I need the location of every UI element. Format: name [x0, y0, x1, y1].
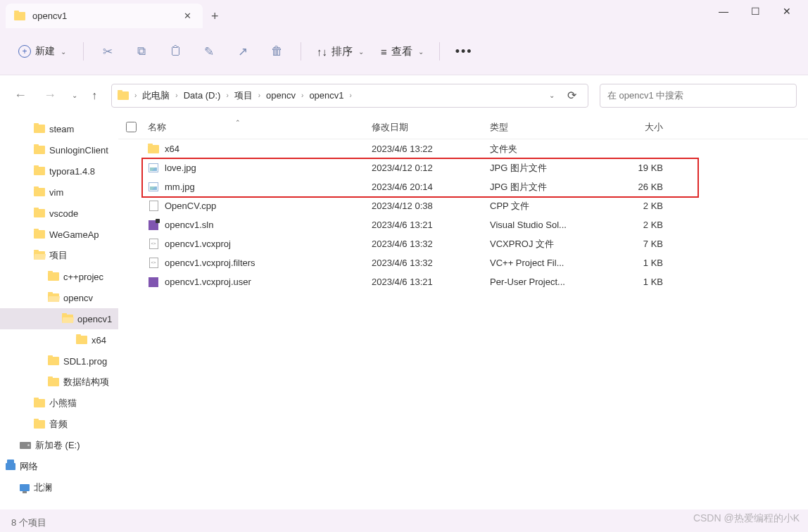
bc-item[interactable]: opencv	[263, 89, 298, 102]
tree-item[interactable]: 网络	[0, 456, 118, 477]
sort-label: 排序	[332, 45, 353, 58]
back-button[interactable]: ←	[11, 85, 30, 106]
paste-icon[interactable]: 📋︎	[161, 39, 189, 64]
tree-item-label: SunloginClient	[49, 145, 108, 156]
folder-icon	[34, 209, 45, 217]
tree-item[interactable]: 小熊猫	[0, 393, 118, 414]
bc-item[interactable]: Data (D:)	[181, 89, 224, 102]
history-dropdown[interactable]: ⌄	[72, 91, 77, 99]
col-type-header[interactable]: 类型	[490, 121, 601, 134]
folder-icon	[34, 167, 45, 175]
file-row[interactable]: opencv1.vcxproj.user 2023/4/6 13:21 Per-…	[118, 272, 808, 291]
file-size: 19 KB	[601, 163, 677, 173]
folder-icon	[76, 336, 87, 344]
tree-item[interactable]: x64	[0, 329, 118, 350]
tree-item[interactable]: c++projec	[0, 266, 118, 287]
close-window-button[interactable]: ✕	[783, 6, 791, 17]
file-date: 2023/4/12 0:12	[372, 163, 490, 173]
bc-item[interactable]: 此电脑	[139, 88, 172, 103]
file-row[interactable]: mm.jpg 2023/4/6 20:14 JPG 图片文件 26 KB	[118, 177, 808, 196]
tree-item[interactable]: 项目	[0, 245, 118, 266]
rename-icon[interactable]: ✎	[195, 39, 223, 64]
file-row[interactable]: love.jpg 2023/4/12 0:12 JPG 图片文件 19 KB	[118, 158, 808, 177]
bc-item[interactable]: 项目	[232, 88, 255, 103]
folder-icon	[48, 378, 59, 386]
chevron-down-icon: ⌄	[358, 48, 364, 56]
minimize-button[interactable]: —	[719, 6, 728, 17]
close-tab-icon[interactable]: ✕	[181, 11, 194, 21]
folder-icon	[34, 146, 45, 154]
bc-item[interactable]: opencv1	[306, 89, 346, 102]
tree-item-label: 项目	[49, 249, 68, 262]
bc-dropdown-icon[interactable]: ⌄	[545, 91, 559, 99]
select-all-checkbox[interactable]	[118, 122, 144, 132]
tree-item[interactable]: 音频	[0, 414, 118, 435]
copy-icon[interactable]: ⧉	[127, 39, 156, 64]
tab-title: opencv1	[32, 11, 181, 21]
tree-item[interactable]: 北澜	[0, 477, 118, 498]
refresh-button[interactable]: ⟳	[562, 89, 582, 102]
up-button[interactable]: ↑	[89, 87, 100, 105]
forward-button[interactable]: →	[41, 85, 59, 106]
col-date-header[interactable]: 修改日期	[372, 121, 490, 134]
vcxproj-file-icon	[149, 258, 158, 268]
file-date: 2023/4/6 13:21	[372, 277, 490, 287]
bc-sep: ›	[134, 91, 137, 99]
tree-item[interactable]: SunloginClient	[0, 139, 118, 160]
new-tab-button[interactable]: +	[203, 4, 227, 30]
breadcrumb[interactable]: › 此电脑 › Data (D:) › 项目 › opencv › opencv…	[111, 84, 588, 108]
sort-icon: ↑↓	[317, 46, 327, 58]
cut-icon[interactable]: ✂	[94, 39, 122, 64]
tree-item-label: 数据结构项	[63, 376, 109, 388]
bc-sep: ›	[350, 91, 352, 99]
new-button[interactable]: + 新建 ⌄	[11, 41, 73, 62]
file-row[interactable]: x64 2023/4/6 13:22 文件夹	[118, 139, 808, 158]
sort-button[interactable]: ↑↓ 排序 ⌄	[311, 41, 370, 63]
file-type: JPG 图片文件	[490, 181, 601, 194]
tree-item[interactable]: opencv1	[0, 308, 118, 329]
file-row[interactable]: OpenCV.cpp 2023/4/12 0:38 CPP 文件 2 KB	[118, 196, 808, 215]
view-button[interactable]: ≡ 查看 ⌄	[375, 41, 429, 63]
tree-item[interactable]: typora1.4.8	[0, 160, 118, 182]
tree-item-label: 北澜	[34, 481, 52, 494]
file-type: CPP 文件	[490, 200, 601, 213]
titlebar: opencv1 ✕ + — ☐ ✕	[0, 0, 808, 28]
file-row[interactable]: opencv1.sln 2023/4/6 13:21 Visual Studio…	[118, 215, 808, 234]
tree-item[interactable]: vscode	[0, 203, 118, 224]
cpp-file-icon	[149, 201, 158, 211]
tree-item-label: typora1.4.8	[49, 166, 95, 177]
file-row[interactable]: opencv1.vcxproj.filters 2023/4/6 13:32 V…	[118, 253, 808, 272]
col-size-header[interactable]: 大小	[601, 121, 677, 134]
file-type: Per-User Project...	[490, 277, 601, 287]
col-name-header[interactable]: 名称⌃	[144, 121, 372, 134]
window-tab[interactable]: opencv1 ✕	[6, 4, 203, 28]
tree-item-label: 网络	[20, 460, 38, 473]
tree-item-label: opencv1	[77, 314, 112, 324]
filelist: 名称⌃ 修改日期 类型 大小 x64 2023/4/6 13:22 文件夹 lo…	[118, 115, 808, 509]
tree-item-label: SDL1.prog	[63, 356, 107, 367]
file-row[interactable]: opencv1.vcxproj 2023/4/6 13:32 VCXPROJ 文…	[118, 234, 808, 253]
tree-item[interactable]: WeGameAp	[0, 224, 118, 245]
file-name: opencv1.sln	[165, 220, 213, 230]
tree-item[interactable]: SDL1.prog	[0, 350, 118, 372]
search-bar[interactable]	[600, 84, 797, 108]
file-name: opencv1.vcxproj.filters	[165, 258, 255, 268]
column-headers: 名称⌃ 修改日期 类型 大小	[118, 115, 808, 139]
tree-item[interactable]: steam	[0, 118, 118, 139]
maximize-button[interactable]: ☐	[751, 6, 760, 17]
search-input[interactable]	[607, 90, 789, 101]
share-icon[interactable]: ↗	[229, 39, 257, 64]
delete-icon[interactable]: 🗑︎	[263, 39, 291, 64]
more-button[interactable]: •••	[450, 44, 479, 59]
folder-icon	[118, 91, 129, 100]
folder-open-icon	[34, 251, 45, 260]
tree-item[interactable]: 新加卷 (E:)	[0, 435, 118, 456]
folder-open-icon	[62, 315, 73, 323]
tree-item-label: 音频	[49, 418, 68, 431]
tree-item[interactable]: vim	[0, 182, 118, 203]
tree-item[interactable]: opencv	[0, 287, 118, 308]
file-name: x64	[165, 144, 179, 154]
tree-item[interactable]: 数据结构项	[0, 372, 118, 393]
divider	[83, 42, 84, 61]
watermark: CSDN @热爱编程的小K	[693, 512, 800, 525]
